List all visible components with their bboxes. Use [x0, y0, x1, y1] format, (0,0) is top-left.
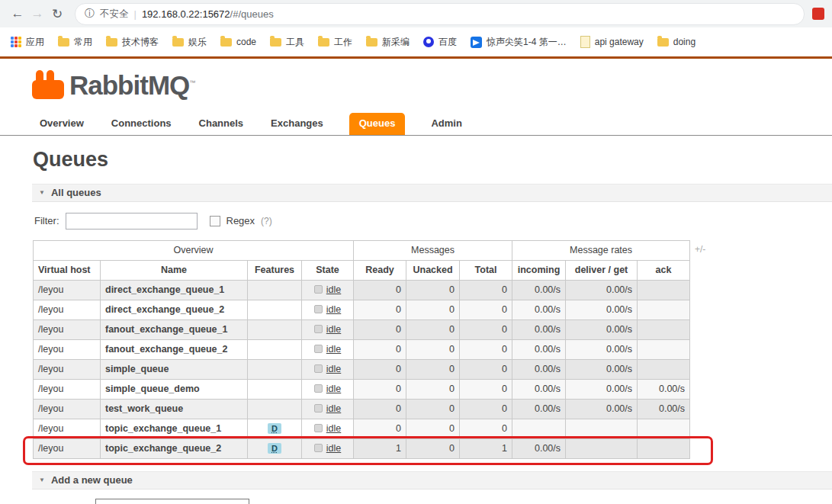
tab-overview[interactable]: Overview [38, 113, 85, 135]
bookmark-item[interactable]: 娱乐 [172, 36, 207, 49]
bookmark-item[interactable]: 应用 [11, 36, 44, 49]
name-cell[interactable]: topic_exchange_queue_2 [101, 438, 248, 458]
group-header: Messages [354, 240, 512, 260]
column-header[interactable]: incoming [512, 260, 566, 280]
vhost-cell: /leyou [34, 300, 101, 319]
column-header[interactable]: Name [101, 260, 248, 280]
total-cell: 0 [460, 379, 512, 399]
vhost-cell: /leyou [34, 379, 101, 399]
name-cell[interactable]: fanout_exchange_queue_2 [101, 339, 248, 359]
durable-badge: D [268, 443, 281, 454]
column-header[interactable]: Total [460, 260, 512, 280]
bookmark-item[interactable]: 百度 [423, 36, 457, 49]
column-header[interactable]: State [302, 260, 354, 280]
add-queue-section-label: Add a new queue [51, 474, 133, 486]
ack-cell [638, 319, 690, 339]
add-queue-section-header[interactable]: ▼ Add a new queue [32, 471, 832, 490]
all-queues-section-label: All queues [51, 187, 101, 198]
name-cell[interactable]: direct_exchange_queue_2 [101, 300, 248, 319]
url-path: /#/queues [230, 8, 274, 20]
name-cell[interactable]: direct_exchange_queue_1 [101, 280, 248, 300]
features-cell [248, 359, 302, 379]
ready-cell: 0 [354, 339, 406, 359]
total-cell: 0 [460, 339, 512, 359]
queue-row: /leyoufanout_exchange_queue_2idle0000.00… [34, 339, 690, 359]
bookmark-item[interactable]: 工具 [270, 36, 304, 49]
state-cell: idle [302, 399, 354, 419]
bookmark-item[interactable]: 常用 [58, 36, 92, 49]
tab-channels[interactable]: Channels [198, 113, 246, 135]
rabbitmq-logo[interactable]: RabbitMQ™ [32, 69, 832, 99]
vhost-select[interactable] [95, 499, 249, 504]
ready-cell: 0 [354, 280, 406, 300]
column-header[interactable]: ack [638, 260, 690, 280]
name-cell[interactable]: simple_queue_demo [101, 379, 248, 399]
bookmark-item[interactable]: 惊声尖笑1-4 第一… [471, 36, 567, 49]
reload-icon[interactable]: ↻ [47, 6, 67, 22]
name-cell[interactable]: fanout_exchange_queue_1 [101, 319, 248, 339]
address-bar[interactable]: ⓘ 不安全 | 192.168.0.22:15672/#/queues [75, 3, 805, 25]
state-text: idle [326, 324, 341, 335]
ready-cell: 0 [354, 359, 406, 379]
ack-cell [638, 300, 690, 319]
all-queues-section-header[interactable]: ▼ All queues [32, 184, 832, 202]
unacked-cell: 0 [406, 419, 460, 438]
tab-admin[interactable]: Admin [429, 113, 463, 135]
extension-icon[interactable] [812, 8, 824, 20]
total-cell: 0 [460, 280, 512, 300]
security-label: 不安全 [100, 8, 129, 21]
baidu-icon [423, 37, 434, 47]
state-text: idle [326, 304, 341, 315]
column-header[interactable]: Virtual host [34, 260, 101, 280]
unacked-cell: 0 [406, 300, 460, 319]
tab-queues[interactable]: Queues [349, 113, 406, 135]
queue-row: /leyoutopic_exchange_queue_2Didle1010.00… [34, 438, 690, 458]
back-icon[interactable]: ← [8, 6, 27, 21]
bookmark-item[interactable]: 新采编 [366, 36, 410, 49]
state-icon [314, 325, 323, 333]
bookmark-item[interactable]: 工作 [318, 36, 352, 49]
bookmark-label: 常用 [74, 36, 92, 49]
incoming-cell: 0.00/s [512, 339, 566, 359]
incoming-cell: 0.00/s [512, 379, 566, 399]
url-host: 192.168.0.22:15672 [142, 8, 230, 20]
name-cell[interactable]: simple_queue [101, 359, 248, 379]
name-cell[interactable]: topic_exchange_queue_1 [101, 419, 248, 438]
folder-icon [657, 38, 669, 47]
folder-icon [366, 38, 377, 47]
bookmark-item[interactable]: 技术博客 [106, 36, 159, 49]
bookmark-label: code [236, 37, 256, 47]
regex-help-icon[interactable]: (?) [261, 216, 272, 226]
state-text: idle [326, 384, 341, 394]
state-cell: idle [302, 300, 354, 319]
column-header[interactable]: deliver / get [566, 260, 638, 280]
bookmark-item[interactable]: code [220, 37, 256, 47]
folder-icon [318, 38, 329, 47]
features-cell: D [248, 438, 302, 458]
name-cell[interactable]: test_work_queue [101, 399, 248, 419]
ack-cell: 0.00/s [638, 399, 690, 419]
queues-table: OverviewMessagesMessage ratesVirtual hos… [33, 240, 690, 459]
deliver-get-cell: 0.00/s [566, 339, 638, 359]
deliver-get-cell: 0.00/s [566, 379, 638, 399]
folder-icon [270, 38, 281, 47]
regex-checkbox[interactable] [210, 216, 220, 226]
filter-input[interactable] [66, 213, 198, 230]
bookmark-item[interactable]: api gateway [580, 36, 644, 48]
column-header[interactable]: Unacked [406, 260, 460, 280]
column-header[interactable]: Features [248, 260, 302, 280]
tab-exchanges[interactable]: Exchanges [269, 113, 325, 135]
bookmark-item[interactable]: doing [657, 37, 695, 47]
column-header[interactable]: Ready [354, 260, 406, 280]
forward-icon[interactable]: → [27, 6, 47, 21]
column-toggle[interactable]: +/- [695, 244, 705, 255]
bookmark-label: 娱乐 [188, 36, 207, 49]
state-text: idle [326, 344, 341, 355]
tab-connections[interactable]: Connections [110, 113, 173, 135]
unacked-cell: 0 [406, 379, 460, 399]
vhost-cell: /leyou [34, 438, 101, 458]
state-icon [314, 404, 323, 413]
vhost-cell: /leyou [34, 419, 101, 438]
info-icon[interactable]: ⓘ [85, 7, 95, 21]
unacked-cell: 0 [406, 339, 460, 359]
